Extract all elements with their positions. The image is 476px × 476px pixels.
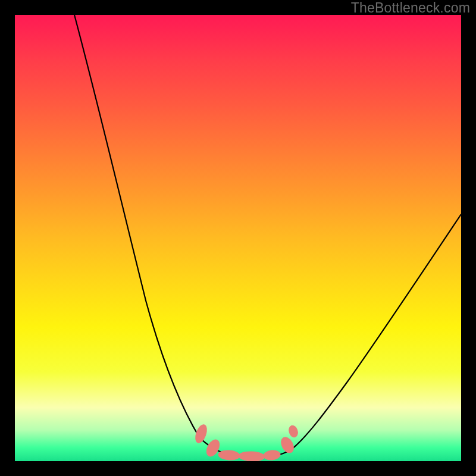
trough-dots-cluster: [193, 423, 299, 461]
svg-point-6: [287, 424, 299, 438]
bottleneck-curve: [74, 15, 461, 458]
watermark-text: TheBottleneck.com: [351, 0, 470, 16]
curve-layer: [15, 15, 461, 461]
plot-area: [15, 15, 461, 461]
svg-point-3: [239, 451, 265, 461]
chart-frame: TheBottleneck.com: [0, 0, 476, 476]
svg-point-5: [278, 435, 296, 455]
svg-point-0: [193, 423, 209, 444]
svg-point-2: [218, 450, 240, 461]
svg-point-4: [263, 450, 281, 461]
